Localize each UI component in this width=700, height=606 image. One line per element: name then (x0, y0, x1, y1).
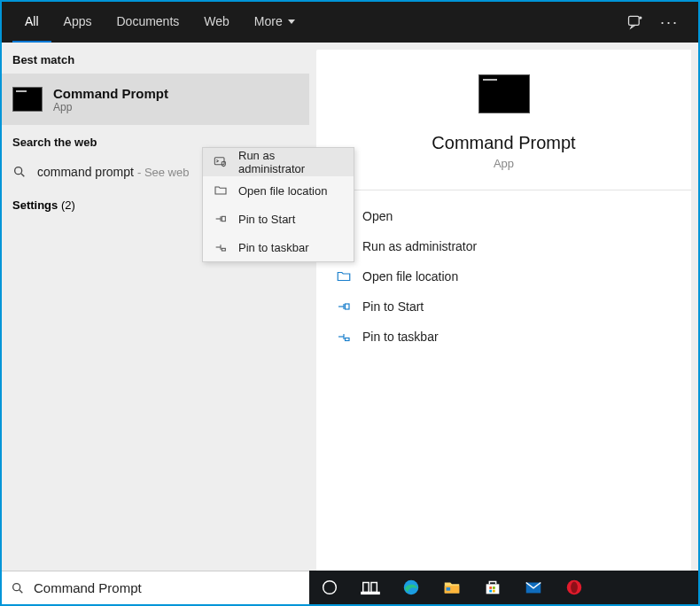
cmd-prompt-icon-large (478, 74, 530, 113)
svg-rect-14 (362, 593, 379, 594)
svg-rect-0 (628, 16, 639, 25)
context-pin-to-taskbar[interactable]: Pin to taskbar (203, 233, 354, 261)
action-label: Run as administrator (362, 239, 477, 253)
action-label: Open (362, 209, 393, 223)
context-pin-to-start[interactable]: Pin to Start (203, 205, 354, 233)
svg-rect-17 (447, 587, 451, 591)
context-item-label: Pin to Start (238, 213, 295, 226)
tab-label: More (254, 14, 283, 28)
tab-apps[interactable]: Apps (51, 2, 105, 43)
svg-point-10 (13, 583, 20, 590)
best-match-title: Command Prompt (53, 86, 168, 101)
detail-header: Command Prompt App (316, 50, 691, 190)
context-item-label: Run as administrator (238, 149, 343, 175)
search-value: Command Prompt (34, 580, 142, 595)
svg-point-11 (323, 581, 337, 594)
action-pin-to-taskbar[interactable]: Pin to taskbar (336, 323, 672, 350)
tab-label: Documents (116, 14, 179, 28)
detail-subtitle: App (494, 157, 514, 170)
detail-actions: Open Run as administrator (316, 190, 691, 362)
svg-rect-20 (489, 590, 492, 593)
best-match-text: Command Prompt App (53, 86, 168, 113)
svg-rect-13 (371, 583, 377, 593)
detail-title: Command Prompt (432, 133, 575, 153)
search-filter-tabs: All Apps Documents Web More ··· (2, 2, 698, 43)
svg-rect-8 (346, 304, 350, 309)
svg-rect-19 (493, 587, 495, 589)
results-left-pane: Best match Command Prompt App Search the… (2, 43, 309, 571)
pin-taskbar-icon (214, 240, 228, 254)
svg-rect-9 (346, 338, 350, 341)
best-match-result[interactable]: Command Prompt App (2, 74, 309, 125)
tab-documents[interactable]: Documents (104, 2, 191, 43)
search-body: Best match Command Prompt App Search the… (2, 43, 698, 571)
context-run-as-admin[interactable]: Run as administrator (203, 148, 354, 176)
tab-label: Web (204, 14, 229, 28)
action-label: Pin to taskbar (362, 330, 439, 344)
search-icon (12, 165, 27, 179)
tab-label: Apps (64, 14, 92, 28)
pin-taskbar-icon (336, 329, 352, 345)
web-query-text: command prompt (37, 165, 134, 179)
svg-point-2 (15, 167, 22, 175)
microsoft-store-icon[interactable] (472, 571, 513, 604)
svg-rect-21 (493, 590, 495, 593)
svg-rect-12 (363, 583, 369, 593)
best-match-subtitle: App (53, 101, 168, 113)
best-match-heading: Best match (2, 43, 309, 74)
context-menu: Run as administrator Open file location (202, 147, 354, 262)
web-hint: - See web (137, 166, 190, 179)
action-label: Open file location (362, 269, 458, 284)
tab-all[interactable]: All (12, 2, 51, 43)
opera-icon[interactable] (554, 571, 595, 604)
more-options-icon[interactable]: ··· (660, 13, 679, 32)
details-right-pane: Command Prompt App Open (316, 50, 691, 571)
task-view-icon[interactable] (350, 571, 391, 604)
action-open[interactable]: Open (336, 203, 672, 229)
chevron-down-icon (288, 19, 295, 24)
svg-rect-5 (222, 248, 225, 251)
action-pin-to-start[interactable]: Pin to Start (336, 293, 672, 320)
tab-web[interactable]: Web (191, 2, 242, 43)
taskbar: Command Prompt (2, 571, 698, 604)
svg-point-1 (640, 17, 642, 19)
topbar-right: ··· (626, 13, 698, 32)
pin-start-icon (336, 299, 352, 315)
settings-count: (2) (61, 198, 75, 212)
tabs-container: All Apps Documents Web More (2, 2, 307, 43)
action-open-file-location[interactable]: Open file location (336, 263, 672, 290)
start-search-window: All Apps Documents Web More ··· Best m (0, 0, 700, 606)
context-item-label: Open file location (238, 184, 327, 198)
admin-console-icon (214, 155, 228, 169)
tab-label: All (25, 14, 39, 28)
pin-start-icon (214, 212, 228, 226)
cortana-icon[interactable] (309, 571, 350, 604)
svg-rect-18 (489, 587, 492, 589)
feedback-icon[interactable] (626, 13, 644, 31)
svg-rect-4 (222, 216, 225, 221)
search-input[interactable]: Command Prompt (2, 571, 309, 604)
edge-icon[interactable] (391, 571, 432, 604)
settings-label: Settings (12, 198, 58, 212)
search-icon (11, 581, 25, 595)
action-label: Pin to Start (362, 299, 424, 314)
taskbar-icons (309, 571, 698, 604)
file-explorer-icon[interactable] (432, 571, 472, 604)
svg-rect-3 (214, 158, 224, 165)
action-run-as-admin[interactable]: Run as administrator (336, 233, 672, 260)
context-item-label: Pin to taskbar (238, 241, 309, 254)
cmd-prompt-icon (12, 87, 43, 112)
svg-point-24 (571, 582, 578, 594)
mail-icon[interactable] (513, 571, 554, 604)
tab-more[interactable]: More (242, 2, 307, 43)
folder-location-icon (336, 268, 352, 284)
context-open-file-location[interactable]: Open file location (203, 176, 354, 205)
folder-location-icon (214, 183, 228, 198)
